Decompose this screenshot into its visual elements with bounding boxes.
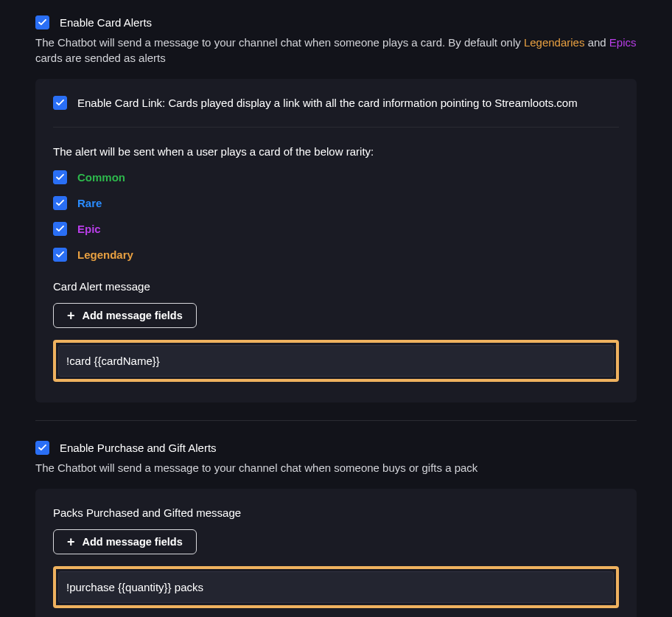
enable-card-link-label: Enable Card Link: Cards played display a… [77, 95, 578, 111]
card-alerts-description: The Chatbot will send a message to your … [35, 35, 637, 66]
rarity-rare-label: Rare [77, 195, 102, 211]
rarity-common-label: Common [77, 170, 125, 185]
epics-word: Epics [609, 36, 637, 49]
rarity-legendary-checkbox[interactable] [53, 248, 67, 262]
enable-purchase-alerts-label: Enable Purchase and Gift Alerts [60, 440, 217, 456]
rarity-legendary-label: Legendary [77, 247, 133, 262]
rarity-intro: The alert will be sent when a user plays… [53, 144, 619, 159]
rarity-rare-checkbox[interactable] [53, 196, 67, 210]
card-alert-message-input[interactable] [58, 345, 614, 377]
card-alerts-panel: Enable Card Link: Cards played display a… [35, 79, 637, 402]
legendaries-word: Legendaries [524, 36, 585, 49]
rarity-epic-label: Epic [77, 221, 101, 237]
enable-card-alerts-checkbox[interactable] [35, 15, 49, 29]
card-alert-message-label: Card Alert message [53, 279, 619, 294]
purchase-message-frame [53, 566, 619, 608]
enable-card-alerts-label: Enable Card Alerts [60, 15, 152, 30]
add-message-fields-label: Add message fields [83, 310, 183, 321]
add-message-fields-label: Add message fields [83, 536, 183, 548]
section-divider [35, 420, 637, 421]
enable-card-link-checkbox[interactable] [53, 96, 67, 110]
purchase-alerts-description: The Chatbot will send a message to your … [35, 460, 637, 475]
rarity-epic-checkbox[interactable] [53, 222, 67, 236]
card-alert-message-frame [53, 340, 619, 382]
add-message-fields-button-purchase[interactable]: + Add message fields [53, 529, 197, 554]
purchase-message-input[interactable] [58, 571, 614, 603]
enable-purchase-alerts-checkbox[interactable] [35, 441, 49, 455]
purchase-message-label: Packs Purchased and Gifted message [53, 505, 619, 520]
divider [53, 127, 619, 128]
add-message-fields-button[interactable]: + Add message fields [53, 303, 197, 328]
rarity-common-checkbox[interactable] [53, 170, 67, 184]
purchase-alerts-panel: Packs Purchased and Gifted message + Add… [35, 489, 637, 617]
